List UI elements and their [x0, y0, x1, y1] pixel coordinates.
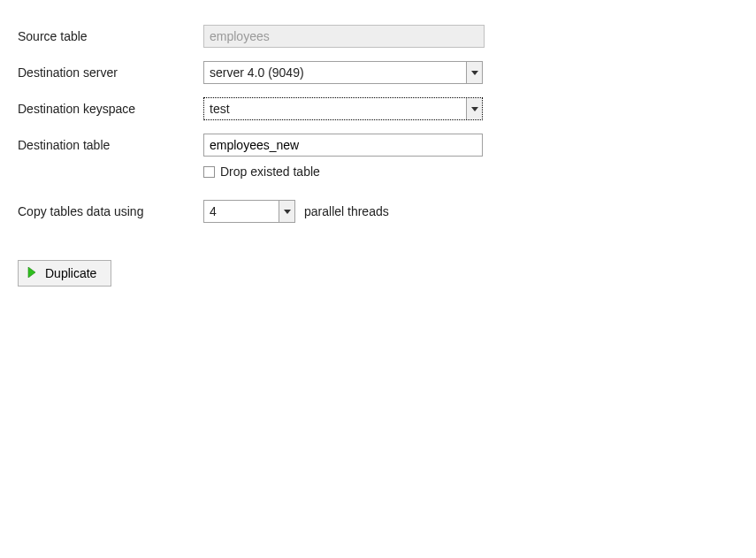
threads-value: 4 — [204, 204, 279, 218]
copy-threads-label: Copy tables data using — [18, 204, 203, 218]
duplicate-button[interactable]: Duplicate — [18, 260, 111, 287]
chevron-down-icon — [471, 71, 478, 75]
destination-server-value: server 4.0 (9049) — [204, 65, 466, 80]
destination-server-label: Destination server — [18, 65, 203, 80]
destination-keyspace-dropdown-button[interactable] — [466, 98, 482, 119]
destination-server-combo[interactable]: server 4.0 (9049) — [203, 61, 483, 84]
drop-existed-label[interactable]: Drop existed table — [220, 164, 320, 179]
drop-existed-checkbox[interactable] — [203, 166, 215, 178]
destination-table-input[interactable] — [203, 134, 483, 157]
threads-dropdown-button[interactable] — [279, 201, 294, 222]
duplicate-button-label: Duplicate — [45, 266, 96, 280]
play-icon — [27, 266, 36, 280]
destination-table-label: Destination table — [18, 138, 203, 152]
destination-keyspace-value: test — [204, 102, 466, 116]
destination-keyspace-combo[interactable]: test — [203, 97, 483, 120]
destination-keyspace-label: Destination keyspace — [18, 102, 203, 116]
destination-server-dropdown-button[interactable] — [466, 62, 482, 83]
chevron-down-icon — [471, 107, 478, 111]
source-table-field: employees — [203, 25, 485, 48]
parallel-threads-label: parallel threads — [304, 204, 389, 218]
threads-combo[interactable]: 4 — [203, 200, 295, 223]
source-table-label: Source table — [18, 29, 203, 43]
chevron-down-icon — [284, 210, 291, 214]
